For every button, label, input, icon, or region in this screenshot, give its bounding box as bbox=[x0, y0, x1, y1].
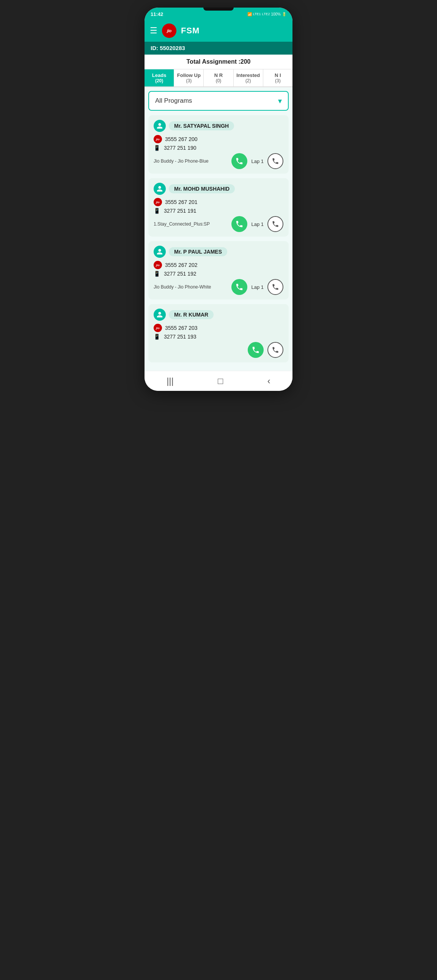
tabs-bar: Leads (20) Follow Up (3) N R (0) Interes… bbox=[145, 69, 292, 87]
jio-phone-row: jio 3555 267 202 bbox=[154, 261, 283, 269]
chevron-down-icon: ▾ bbox=[278, 96, 282, 105]
person-icon bbox=[154, 246, 166, 258]
tab-follow-up[interactable]: Follow Up (3) bbox=[174, 69, 204, 86]
contact-name: Mr. P PAUL JAMES bbox=[169, 247, 227, 256]
call-green-button[interactable] bbox=[248, 342, 264, 358]
jio-logo-small: jio bbox=[154, 135, 162, 143]
jio-number: 3555 267 201 bbox=[165, 199, 198, 205]
contact-right: Lap 1 bbox=[231, 153, 283, 169]
jio-logo-small: jio bbox=[154, 324, 162, 332]
programs-dropdown-label: All Programs bbox=[155, 97, 192, 105]
nav-back-button[interactable]: ‹ bbox=[268, 376, 271, 386]
hamburger-icon[interactable]: ☰ bbox=[150, 27, 158, 35]
jio-number: 3555 267 202 bbox=[165, 262, 198, 268]
programs-dropdown[interactable]: All Programs ▾ bbox=[148, 91, 289, 111]
contact-card: Mr. R KUMAR jio 3555 267 203 📱 3277 251 … bbox=[148, 304, 289, 363]
jio-logo-small: jio bbox=[154, 198, 162, 206]
wifi-icon: 📶 bbox=[247, 12, 252, 16]
nav-menu-button[interactable]: ||| bbox=[166, 376, 174, 386]
call-green-button[interactable] bbox=[231, 153, 247, 169]
program-text: Jio Buddy - Jio Phone-White bbox=[154, 284, 211, 290]
tab-nr[interactable]: N R (0) bbox=[204, 69, 233, 86]
jio-logo-small: jio bbox=[154, 261, 162, 269]
lap-label: Lap 1 bbox=[251, 159, 264, 164]
contact-name: Mr. R KUMAR bbox=[169, 310, 214, 319]
call-outline-button[interactable] bbox=[268, 216, 283, 232]
mobile-number: 3277 251 191 bbox=[164, 208, 196, 214]
tab-ni[interactable]: N I (3) bbox=[263, 69, 292, 86]
jio-number: 3555 267 203 bbox=[165, 325, 198, 331]
jio-number: 3555 267 200 bbox=[165, 136, 198, 142]
main-content: All Programs ▾ Mr. SATYAPAL SINGH jio 35… bbox=[145, 87, 292, 371]
jio-logo: jio bbox=[162, 24, 176, 38]
contact-name-row: Mr. MOHD MUSHAHID bbox=[154, 183, 283, 195]
call-outline-button[interactable] bbox=[268, 342, 283, 358]
jio-phone-row: jio 3555 267 200 bbox=[154, 135, 283, 143]
person-icon bbox=[154, 183, 166, 195]
call-green-button[interactable] bbox=[231, 216, 247, 232]
contact-card: Mr. P PAUL JAMES jio 3555 267 202 📱 3277… bbox=[148, 241, 289, 299]
mobile-number: 3277 251 190 bbox=[164, 145, 196, 151]
total-assignment-text: Total Assignment :200 bbox=[187, 58, 251, 65]
contact-card: Mr. MOHD MUSHAHID jio 3555 267 201 📱 327… bbox=[148, 178, 289, 237]
contact-name-row: Mr. SATYAPAL SINGH bbox=[154, 120, 283, 132]
id-bar: ID: 55020283 bbox=[145, 42, 292, 54]
program-text: Jio Buddy - Jio Phone-Blue bbox=[154, 159, 209, 164]
contact-right: Lap 1 bbox=[231, 216, 283, 232]
contact-actions-row: Jio Buddy - Jio Phone-White Lap 1 bbox=[154, 279, 283, 295]
jio-phone-row: jio 3555 267 201 bbox=[154, 198, 283, 206]
phone-frame: 11:42 📶 LTE1 LTE2 100% 🔋 ☰ jio FSM ID: 5… bbox=[145, 8, 292, 391]
mobile-phone-row: 📱 3277 251 193 bbox=[154, 334, 283, 340]
status-time: 11:42 bbox=[151, 11, 163, 17]
battery-icon: 🔋 bbox=[282, 12, 286, 16]
contact-actions-row: Jio Buddy - Jio Phone-Blue Lap 1 bbox=[154, 153, 283, 169]
contact-name-row: Mr. R KUMAR bbox=[154, 309, 283, 321]
mobile-number: 3277 251 192 bbox=[164, 271, 196, 277]
app-bar: ☰ jio FSM bbox=[145, 20, 292, 42]
battery-text: 100% bbox=[271, 12, 281, 16]
contact-name-row: Mr. P PAUL JAMES bbox=[154, 246, 283, 258]
lap-label: Lap 1 bbox=[251, 284, 264, 290]
person-icon bbox=[154, 309, 166, 321]
mobile-icon: 📱 bbox=[154, 145, 160, 151]
tab-interested[interactable]: Interested (2) bbox=[234, 69, 263, 86]
contact-actions-row bbox=[154, 342, 283, 358]
mobile-icon: 📱 bbox=[154, 334, 160, 340]
call-green-button[interactable] bbox=[231, 279, 247, 295]
call-outline-button[interactable] bbox=[268, 153, 283, 169]
contact-name: Mr. SATYAPAL SINGH bbox=[169, 121, 234, 130]
person-icon bbox=[154, 120, 166, 132]
signal2-icon: LTE2 bbox=[262, 12, 270, 16]
tab-leads[interactable]: Leads (20) bbox=[145, 69, 174, 86]
mobile-phone-row: 📱 3277 251 192 bbox=[154, 271, 283, 277]
nav-home-button[interactable]: □ bbox=[218, 376, 223, 386]
contact-right bbox=[248, 342, 283, 358]
call-outline-button[interactable] bbox=[268, 279, 283, 295]
mobile-number: 3277 251 193 bbox=[164, 334, 196, 340]
contact-name: Mr. MOHD MUSHAHID bbox=[169, 184, 235, 193]
mobile-icon: 📱 bbox=[154, 208, 160, 214]
app-title: FSM bbox=[181, 26, 199, 36]
contact-actions-row: 1.Stay_Connected_Plus:SP Lap 1 bbox=[154, 216, 283, 232]
contact-card: Mr. SATYAPAL SINGH jio 3555 267 200 📱 32… bbox=[148, 115, 289, 173]
mobile-icon: 📱 bbox=[154, 271, 160, 277]
id-label: ID: 55020283 bbox=[151, 45, 185, 51]
nav-bar: ||| □ ‹ bbox=[145, 371, 292, 391]
notch bbox=[203, 8, 234, 11]
mobile-phone-row: 📱 3277 251 190 bbox=[154, 145, 283, 151]
lap-label: Lap 1 bbox=[251, 221, 264, 227]
jio-phone-row: jio 3555 267 203 bbox=[154, 324, 283, 332]
program-text: 1.Stay_Connected_Plus:SP bbox=[154, 221, 210, 227]
contact-right: Lap 1 bbox=[231, 279, 283, 295]
signal-icon: LTE1 bbox=[253, 12, 261, 16]
status-icons: 📶 LTE1 LTE2 100% 🔋 bbox=[247, 12, 286, 16]
mobile-phone-row: 📱 3277 251 191 bbox=[154, 208, 283, 214]
total-assignment: Total Assignment :200 bbox=[145, 54, 292, 69]
